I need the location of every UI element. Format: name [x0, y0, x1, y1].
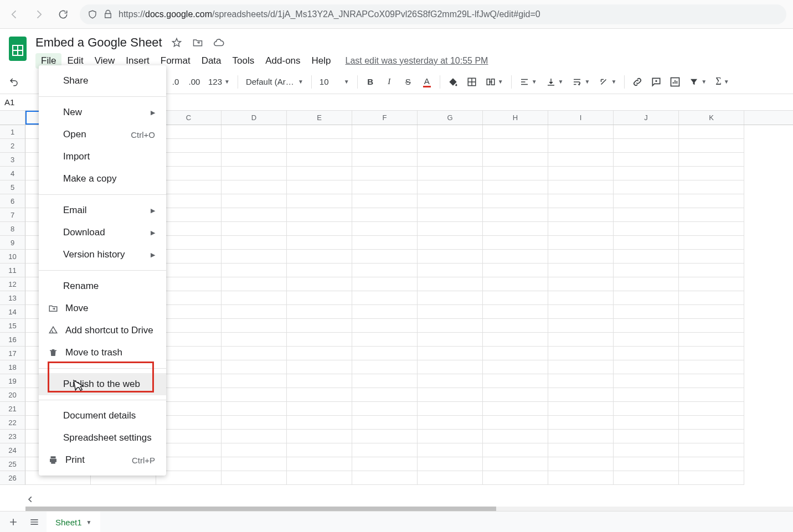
- cell[interactable]: [287, 264, 352, 277]
- cell[interactable]: [679, 360, 744, 374]
- sheet-tab-1[interactable]: Sheet1 ▼: [47, 512, 100, 533]
- cell[interactable]: [287, 430, 352, 443]
- cell[interactable]: [483, 125, 548, 139]
- cell[interactable]: [679, 153, 744, 167]
- cell[interactable]: [352, 402, 418, 416]
- cell[interactable]: [222, 264, 287, 277]
- cell[interactable]: [222, 222, 287, 236]
- cell[interactable]: [614, 125, 679, 139]
- reload-button[interactable]: [55, 7, 71, 22]
- cloud-status-button[interactable]: [212, 36, 225, 49]
- menu-help[interactable]: Help: [306, 53, 337, 69]
- cell[interactable]: [287, 153, 352, 167]
- cell[interactable]: [548, 319, 614, 333]
- menu-version-history[interactable]: Version history▶: [39, 244, 166, 266]
- cell[interactable]: [418, 388, 483, 402]
- cell[interactable]: [679, 388, 744, 402]
- cell[interactable]: [614, 222, 679, 236]
- cell[interactable]: [548, 194, 614, 208]
- insert-chart-button[interactable]: [667, 74, 683, 90]
- cell[interactable]: [483, 388, 548, 402]
- bold-button[interactable]: B: [362, 74, 379, 90]
- cell[interactable]: [222, 457, 287, 471]
- cell[interactable]: [483, 291, 548, 305]
- cell[interactable]: [483, 360, 548, 374]
- row-header[interactable]: 10: [0, 250, 25, 264]
- row-header[interactable]: 6: [0, 194, 25, 208]
- row-header[interactable]: 18: [0, 360, 25, 374]
- cell[interactable]: [679, 305, 744, 319]
- sheet-scroll-left[interactable]: [24, 493, 37, 505]
- cell[interactable]: [483, 471, 548, 485]
- cell[interactable]: [287, 402, 352, 416]
- cell[interactable]: [418, 277, 483, 291]
- merge-cells-dropdown[interactable]: ▼: [482, 74, 507, 90]
- cell[interactable]: [548, 416, 614, 430]
- cell[interactable]: [352, 347, 418, 360]
- cell[interactable]: [548, 139, 614, 153]
- cell[interactable]: [418, 416, 483, 430]
- cell[interactable]: [548, 305, 614, 319]
- cell[interactable]: [352, 167, 418, 180]
- cell[interactable]: [222, 360, 287, 374]
- cell[interactable]: [287, 208, 352, 222]
- cell[interactable]: [548, 388, 614, 402]
- menu-open[interactable]: OpenCtrl+O: [39, 123, 166, 146]
- cell[interactable]: [418, 222, 483, 236]
- cell[interactable]: [352, 388, 418, 402]
- column-header[interactable]: D: [222, 111, 287, 125]
- cell[interactable]: [614, 167, 679, 180]
- cell[interactable]: [418, 443, 483, 457]
- cell[interactable]: [614, 333, 679, 347]
- cell[interactable]: [614, 402, 679, 416]
- cell[interactable]: [614, 360, 679, 374]
- cell[interactable]: [418, 194, 483, 208]
- menu-publish-to-web[interactable]: Publish to the web: [39, 373, 166, 395]
- cell[interactable]: [222, 430, 287, 443]
- cell[interactable]: [483, 430, 548, 443]
- cell[interactable]: [418, 125, 483, 139]
- row-header[interactable]: 1: [0, 125, 25, 139]
- cell[interactable]: [548, 180, 614, 194]
- cell[interactable]: [614, 291, 679, 305]
- cell[interactable]: [679, 416, 744, 430]
- cell[interactable]: [352, 457, 418, 471]
- cell[interactable]: [614, 471, 679, 485]
- fill-color-button[interactable]: [445, 74, 461, 90]
- cell[interactable]: [548, 333, 614, 347]
- column-header[interactable]: J: [614, 111, 679, 125]
- cell[interactable]: [222, 194, 287, 208]
- cell[interactable]: [287, 222, 352, 236]
- column-header[interactable]: F: [352, 111, 418, 125]
- cell[interactable]: [222, 291, 287, 305]
- row-header[interactable]: 13: [0, 291, 25, 305]
- cell[interactable]: [679, 402, 744, 416]
- cell[interactable]: [352, 194, 418, 208]
- last-edit-link[interactable]: Last edit was yesterday at 10:55 PM: [346, 56, 488, 66]
- functions-dropdown[interactable]: Σ ▼: [712, 74, 732, 90]
- horizontal-align-dropdown[interactable]: ▼: [516, 74, 540, 90]
- cell[interactable]: [548, 374, 614, 388]
- cell[interactable]: [287, 139, 352, 153]
- cell[interactable]: [287, 347, 352, 360]
- row-header[interactable]: 4: [0, 167, 25, 180]
- cell[interactable]: [287, 291, 352, 305]
- cell[interactable]: [614, 153, 679, 167]
- cell[interactable]: [483, 139, 548, 153]
- row-header[interactable]: 23: [0, 430, 25, 443]
- cell[interactable]: [352, 443, 418, 457]
- cell[interactable]: [679, 222, 744, 236]
- cell[interactable]: [418, 430, 483, 443]
- cell[interactable]: [418, 374, 483, 388]
- cell[interactable]: [352, 222, 418, 236]
- row-header[interactable]: 15: [0, 319, 25, 333]
- cell[interactable]: [614, 180, 679, 194]
- cell[interactable]: [352, 153, 418, 167]
- cell[interactable]: [679, 180, 744, 194]
- text-rotation-dropdown[interactable]: ▼: [595, 74, 620, 90]
- cell[interactable]: [222, 319, 287, 333]
- cell[interactable]: [287, 416, 352, 430]
- cell[interactable]: [287, 388, 352, 402]
- cell[interactable]: [548, 430, 614, 443]
- menu-add-shortcut[interactable]: Add shortcut to Drive: [39, 319, 166, 342]
